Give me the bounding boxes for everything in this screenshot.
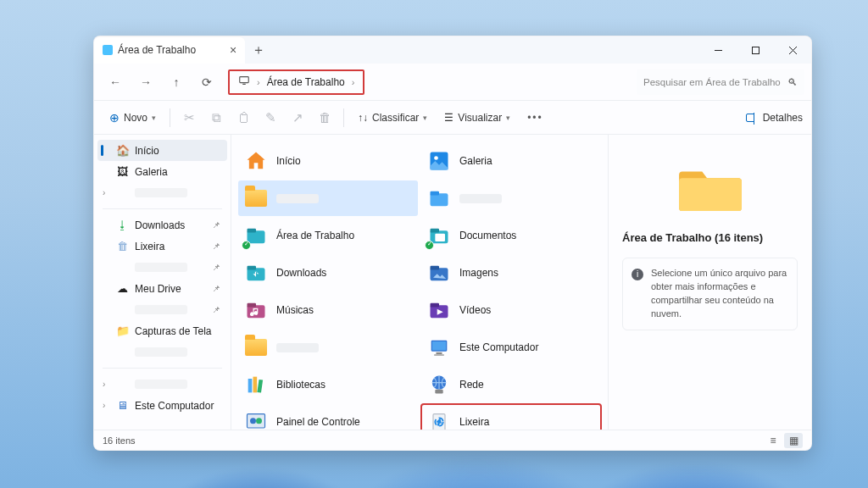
list-item[interactable]: Este Computador (421, 330, 601, 365)
libraries-icon (243, 372, 269, 397)
search-input[interactable]: Pesquisar em Área de Trabalho 🔍︎ (637, 69, 804, 95)
active-tab[interactable]: Área de Trabalho × (94, 36, 245, 64)
view-list-toggle[interactable]: ≡ (764, 433, 782, 448)
pc-icon (426, 335, 452, 360)
svg-rect-4 (240, 77, 249, 83)
refresh-button[interactable]: ⟳ (192, 68, 221, 97)
sidebar-item-blur[interactable]: 📌︎ (97, 257, 227, 278)
list-item[interactable]: Bibliotecas (238, 367, 418, 402)
sidebar-item-mydrive[interactable]: ☁ Meu Drive 📌︎ (97, 278, 227, 299)
more-button[interactable]: ••• (522, 112, 548, 124)
list-item[interactable]: Início (238, 143, 418, 179)
file-list: Início Galeria Área de Trabalho (231, 135, 608, 430)
pictures-folder-icon (426, 260, 452, 286)
svg-rect-26 (434, 354, 444, 356)
gallery-icon: 🖼 (116, 165, 129, 178)
pin-icon: 📌︎ (212, 305, 220, 314)
share-icon[interactable]: ↗ (286, 110, 309, 125)
details-pane-button[interactable]: Detalhes (746, 112, 803, 124)
pc-icon: 🖥 (116, 399, 129, 412)
details-icon (746, 114, 758, 122)
music-folder-icon (243, 297, 269, 323)
minimize-button[interactable] (699, 36, 737, 64)
item-count: 16 itens (103, 435, 136, 446)
chevron-right-icon: › (103, 188, 105, 197)
folder-icon: 📁 (116, 324, 129, 337)
svg-rect-24 (432, 341, 446, 351)
plus-icon: ⊕ (109, 111, 120, 125)
list-item[interactable]: Documentos (421, 218, 601, 253)
list-item[interactable]: Área de Trabalho (238, 218, 418, 253)
sidebar-item-screenshots[interactable]: 📁 Capturas de Tela (97, 320, 227, 341)
list-item[interactable]: Downloads (238, 255, 418, 291)
home-icon: 🏠 (116, 144, 129, 157)
sort-button[interactable]: ↑↓ Classificar ▾ (351, 108, 434, 127)
list-item[interactable] (238, 180, 418, 216)
sort-icon: ↑↓ (358, 112, 368, 124)
list-item-recycle-bin[interactable]: Lixeira (421, 404, 601, 430)
control-panel-icon (243, 409, 269, 430)
sidebar-item-blur[interactable]: › (97, 374, 227, 395)
folder-icon (243, 186, 269, 211)
list-item[interactable] (421, 180, 601, 216)
list-item[interactable] (238, 330, 418, 365)
svg-rect-27 (248, 379, 253, 392)
maximize-button[interactable] (737, 36, 774, 64)
breadcrumb[interactable]: › Área de Trabalho › (228, 69, 364, 95)
recycle-bin-icon (426, 409, 452, 430)
monitor-icon (238, 75, 250, 89)
forward-button[interactable]: → (131, 68, 160, 97)
list-item[interactable]: Imagens (421, 255, 601, 291)
back-button[interactable]: ← (101, 68, 130, 97)
list-item[interactable]: Vídeos (421, 292, 601, 328)
view-button[interactable]: ☰ Visualizar ▾ (437, 108, 517, 127)
address-bar: ← → ↑ ⟳ › Área de Trabalho › Pesquisar e… (94, 64, 811, 101)
sidebar-item-blur[interactable]: › (97, 182, 227, 203)
sidebar-item-blur[interactable] (97, 341, 227, 363)
details-pane: Área de Trabalho (16 itens) i Selecione … (608, 135, 811, 430)
svg-rect-16 (248, 266, 257, 270)
recycle-icon: 🗑 (116, 240, 129, 252)
sidebar-item-downloads[interactable]: ⭳ Downloads 📌︎ (97, 214, 227, 236)
svg-rect-9 (431, 191, 440, 196)
sidebar-item-gallery[interactable]: 🖼 Galeria (97, 161, 227, 182)
status-bar: 16 itens ≡ ▦ (94, 430, 811, 450)
view-grid-toggle[interactable]: ▦ (784, 433, 803, 448)
new-button[interactable]: ⊕ Novo ▾ (103, 108, 163, 128)
sidebar-item-thispc[interactable]: › 🖥 Este Computador (97, 395, 227, 416)
explorer-window: Área de Trabalho × ＋ ← → ↑ ⟳ › Área de T… (93, 36, 812, 451)
up-button[interactable]: ↑ (162, 68, 191, 97)
new-tab-button[interactable]: ＋ (245, 42, 272, 59)
svg-rect-31 (435, 390, 442, 394)
tab-title: Área de Trabalho (118, 44, 196, 56)
list-item[interactable]: Rede (421, 367, 601, 402)
svg-rect-20 (248, 303, 257, 308)
sidebar: 🏠 Início 🖼 Galeria › ⭳ Downloads 📌︎ 🗑 Li… (94, 135, 231, 430)
breadcrumb-location: Área de Trabalho (267, 76, 345, 88)
list-item[interactable]: Galeria (421, 143, 601, 179)
titlebar: Área de Trabalho × ＋ (94, 36, 811, 64)
sidebar-item-recycle[interactable]: 🗑 Lixeira 📌︎ (97, 236, 227, 257)
downloads-folder-icon (243, 260, 269, 286)
drive-icon: ☁ (116, 282, 129, 295)
paste-icon[interactable]: 📋︎ (231, 110, 255, 125)
sidebar-item-home[interactable]: 🏠 Início (97, 140, 227, 161)
svg-rect-13 (431, 229, 440, 233)
svg-rect-28 (253, 377, 258, 393)
search-placeholder: Pesquisar em Área de Trabalho (643, 77, 781, 87)
rename-icon[interactable]: ✎ (259, 110, 282, 125)
delete-icon[interactable]: 🗑︎ (313, 110, 337, 125)
close-tab-icon[interactable]: × (230, 43, 236, 57)
close-window-button[interactable] (774, 36, 811, 64)
cut-icon[interactable]: ✂ (177, 110, 201, 125)
videos-folder-icon (426, 297, 452, 323)
sidebar-item-blur[interactable]: 📌︎ (97, 299, 227, 320)
preview-title: Área de Trabalho (16 itens) (622, 231, 763, 244)
list-item[interactable]: Músicas (238, 292, 418, 328)
pin-icon: 📌︎ (212, 241, 220, 251)
command-bar: ⊕ Novo ▾ ✂ ⧉ 📋︎ ✎ ↗ 🗑︎ ↑↓ Classificar ▾ … (94, 101, 811, 135)
list-item[interactable]: Painel de Controle (238, 404, 418, 430)
svg-rect-22 (431, 303, 440, 308)
copy-icon[interactable]: ⧉ (204, 110, 228, 125)
chevron-down-icon: ▾ (506, 114, 510, 122)
